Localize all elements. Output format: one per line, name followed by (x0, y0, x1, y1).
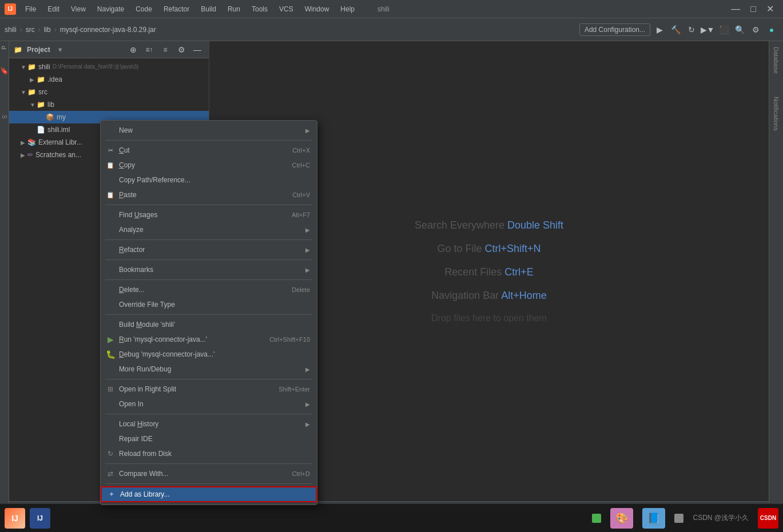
menu-item-copy-path[interactable]: Copy Path/Reference... (101, 173, 317, 187)
menu-item-compare-with-label: Compare With... (119, 470, 292, 478)
iml-file-icon: 📄 (37, 126, 45, 134)
copy-path-icon (105, 175, 116, 185)
tree-item-root[interactable]: ▼ 📁 shili D:\Personal data_fxw\学业\java\自 (9, 61, 209, 73)
close-panel-button[interactable]: — (190, 43, 204, 57)
build-button[interactable]: 🔨 (669, 23, 682, 37)
run-button[interactable]: ▶ (653, 23, 666, 37)
reload-button[interactable]: ↻ (685, 23, 698, 37)
separator-2 (105, 205, 312, 205)
window-controls: — □ ✕ (726, 2, 778, 15)
menu-vcs[interactable]: VCS (275, 4, 298, 14)
hint-alt-home: Alt+Home (501, 290, 547, 301)
menu-window[interactable]: Window (300, 4, 334, 14)
menu-item-override-file-type[interactable]: Override File Type (101, 297, 317, 312)
menu-item-copy-path-label: Copy Path/Reference... (119, 176, 310, 184)
add-tree-item-button[interactable]: ⊕ (126, 43, 140, 57)
scratches-icon: ✏ (27, 151, 33, 159)
breadcrumb-sep1: › (20, 26, 22, 34)
menu-item-compare-with[interactable]: ⇄ Compare With... Ctrl+D (101, 466, 317, 481)
menu-item-build-module[interactable]: Build Module 'shili' (101, 317, 317, 332)
debug-menu-icon: 🐛 (105, 349, 116, 359)
menu-item-open-in[interactable]: Open In ▶ (101, 397, 317, 411)
delete-shortcut: Delete (292, 286, 310, 293)
breadcrumb-jar[interactable]: mysql-connector-java-8.0.29.jar (60, 26, 156, 34)
menu-item-local-history[interactable]: Local History ▶ (101, 417, 317, 431)
search-button[interactable]: 🔍 (733, 23, 746, 37)
project-panel-header: 📁 Project ▼ ⊕ ≡↑ ≡ ⚙ — (9, 41, 209, 58)
menu-item-add-as-library[interactable]: ✦ Add as Library... (101, 486, 317, 502)
run-config-button[interactable]: ▶▼ (701, 23, 714, 37)
menu-build[interactable]: Build (196, 4, 221, 14)
menu-file[interactable]: File (21, 4, 41, 14)
menu-item-refactor[interactable]: Refactor ▶ (101, 242, 317, 257)
menu-item-reload-disk-label: Reload from Disk (119, 450, 310, 458)
tree-arrow-extlib: ▶ (21, 139, 27, 146)
menu-run[interactable]: Run (223, 4, 245, 14)
tree-item-src[interactable]: ▼ 📁 src (9, 86, 209, 98)
find-usages-icon (105, 210, 116, 220)
add-configuration-button[interactable]: Add Configuration... (579, 23, 650, 36)
menu-item-new[interactable]: New ▶ (101, 123, 317, 138)
menu-edit[interactable]: Edit (43, 4, 64, 14)
app-logo: IJ (5, 3, 16, 15)
maximize-button[interactable]: □ (746, 3, 761, 15)
find-usages-shortcut: Alt+F7 (292, 211, 310, 218)
build-module-icon (105, 319, 116, 330)
menu-help[interactable]: Help (336, 4, 359, 14)
menu-navigate[interactable]: Navigate (93, 4, 129, 14)
menu-tools[interactable]: Tools (247, 4, 272, 14)
menu-item-run[interactable]: ▶ Run 'mysql-connector-java...' Ctrl+Shi… (101, 332, 317, 347)
menu-item-repair-ide[interactable]: Repair IDE (101, 431, 317, 446)
hint-ctrl-e: Ctrl+E (504, 266, 534, 278)
menu-item-analyze[interactable]: Analyze ▶ (101, 222, 317, 237)
menu-code[interactable]: Code (131, 4, 157, 14)
profile-button[interactable]: ● (765, 23, 778, 37)
menu-item-find-usages[interactable]: Find Usages Alt+F7 (101, 207, 317, 222)
stop-button[interactable]: ⬛ (717, 23, 730, 37)
more-run-arrow-icon: ▶ (305, 366, 310, 373)
compare-with-icon: ⇄ (105, 469, 116, 479)
menu-item-open-right-split[interactable]: ⊞ Open in Right Split Shift+Enter (101, 382, 317, 397)
minimize-button[interactable]: — (726, 3, 745, 15)
bookmarks-tab-icon[interactable]: 🔖 (0, 67, 9, 75)
menu-item-repair-ide-label: Repair IDE (119, 435, 310, 443)
menu-item-delete[interactable]: Delete... Delete (101, 282, 317, 297)
taskbar-intellij-icon[interactable]: IJ (30, 508, 50, 529)
menu-item-debug[interactable]: 🐛 Debug 'mysql-connector-java...' (101, 347, 317, 362)
menu-item-cut[interactable]: ✂ Cut Ctrl+X (101, 143, 317, 158)
hint-ctrl-shift-n: Ctrl+Shift+N (484, 243, 540, 254)
right-sidebar: Database Notifications (769, 41, 783, 516)
menu-item-paste-label: Paste (119, 191, 292, 199)
scroll-to-top-button[interactable]: ≡↑ (142, 43, 156, 57)
local-history-icon (105, 419, 116, 429)
settings-button[interactable]: ⚙ (749, 23, 762, 37)
separator-1 (105, 140, 312, 141)
structure-tab-icon[interactable]: S (1, 115, 7, 119)
project-dropdown-arrow[interactable]: ▼ (57, 46, 63, 53)
menu-item-bookmarks[interactable]: Bookmarks ▶ (101, 262, 317, 277)
menu-refactor[interactable]: Refactor (159, 4, 194, 14)
project-tab-icon[interactable]: P (1, 46, 7, 50)
database-tab[interactable]: Database (773, 47, 780, 74)
menu-view[interactable]: View (66, 4, 90, 14)
breadcrumb-shili[interactable]: shili (5, 26, 17, 34)
taskbar-right-items: 🎨 📘 CSDN @浅学小久 CSDN (592, 508, 778, 529)
menu-item-reload-disk[interactable]: ↻ Reload from Disk (101, 446, 317, 461)
tree-root-label: shili (38, 63, 50, 71)
close-button[interactable]: ✕ (762, 2, 778, 15)
tree-item-lib[interactable]: ▼ 📁 lib (9, 98, 209, 111)
breadcrumb-lib[interactable]: lib (44, 26, 51, 34)
breadcrumb-src[interactable]: src (26, 26, 35, 34)
tree-settings-button[interactable]: ⚙ (174, 43, 188, 57)
tree-item-idea[interactable]: ▶ 📁 .idea (9, 73, 209, 86)
bookmarks-icon (105, 265, 116, 275)
collapse-all-button[interactable]: ≡ (158, 43, 172, 57)
hint-drop-files: Drop files here to open them (431, 313, 547, 323)
menu-item-paste[interactable]: 📋 Paste Ctrl+V (101, 187, 317, 202)
notifications-tab[interactable]: Notifications (773, 97, 780, 131)
refactor-arrow-icon: ▶ (305, 247, 310, 253)
tree-idea-label: .idea (47, 75, 62, 83)
menu-item-more-run[interactable]: More Run/Debug ▶ (101, 362, 317, 377)
menu-item-copy[interactable]: 📋 Copy Ctrl+C (101, 158, 317, 173)
menu-item-add-as-library-label: Add as Library... (120, 490, 309, 498)
